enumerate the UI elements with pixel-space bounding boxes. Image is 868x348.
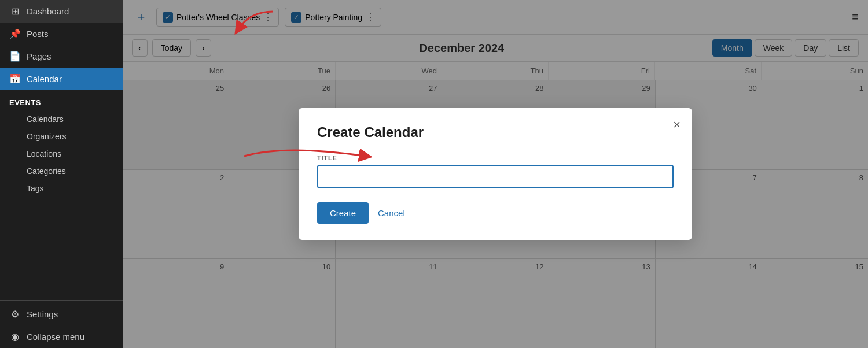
sidebar-item-dashboard[interactable]: ⊞ Dashboard (0, 0, 123, 23)
modal-actions: Create Cancel (317, 202, 674, 224)
sidebar-item-label: Collapse menu (27, 332, 84, 342)
modal-close-button[interactable]: × (673, 119, 681, 131)
events-section-label: Events (0, 90, 123, 110)
calendar-icon: 📅 (9, 73, 21, 84)
settings-icon: ⚙ (9, 309, 21, 320)
sidebar-item-label: Dashboard (27, 6, 69, 16)
sidebar: ⊞ Dashboard 📌 Posts 📄 Pages 📅 Calendar E… (0, 0, 123, 348)
create-calendar-modal: Create Calendar × TITLE Create Cancel (299, 108, 692, 240)
create-button[interactable]: Create (317, 202, 369, 224)
sidebar-divider (0, 300, 123, 301)
title-input[interactable] (317, 165, 674, 188)
modal-overlay[interactable]: Create Calendar × TITLE Create Cancel (123, 0, 868, 348)
title-field-label: TITLE (317, 154, 674, 161)
sidebar-item-settings[interactable]: ⚙ Settings (0, 303, 123, 325)
sidebar-item-label: Calendar (27, 74, 62, 84)
sidebar-item-categories[interactable]: Categories (0, 162, 123, 180)
sidebar-item-calendar[interactable]: 📅 Calendar (0, 68, 123, 90)
sidebar-item-label: Settings (27, 309, 58, 319)
pages-icon: 📄 (9, 51, 21, 62)
main-content: + ✓ Potter's Wheel Classes ⋮ ✓ Pottery P… (123, 0, 868, 348)
pin-icon: 📌 (9, 28, 21, 39)
sidebar-item-label: Pages (27, 51, 52, 61)
sidebar-item-posts[interactable]: 📌 Posts (0, 23, 123, 45)
sidebar-item-locations[interactable]: Locations (0, 145, 123, 162)
collapse-icon: ◉ (9, 331, 21, 342)
sidebar-item-pages[interactable]: 📄 Pages (0, 45, 123, 68)
modal-title: Create Calendar (317, 124, 674, 140)
dashboard-icon: ⊞ (9, 6, 21, 17)
sidebar-item-label: Posts (27, 29, 49, 39)
sidebar-item-calendars[interactable]: Calendars (0, 110, 123, 128)
cancel-button[interactable]: Cancel (378, 208, 405, 218)
sidebar-item-tags[interactable]: Tags (0, 180, 123, 197)
sidebar-item-collapse[interactable]: ◉ Collapse menu (0, 325, 123, 348)
sidebar-item-organizers[interactable]: Organizers (0, 128, 123, 145)
